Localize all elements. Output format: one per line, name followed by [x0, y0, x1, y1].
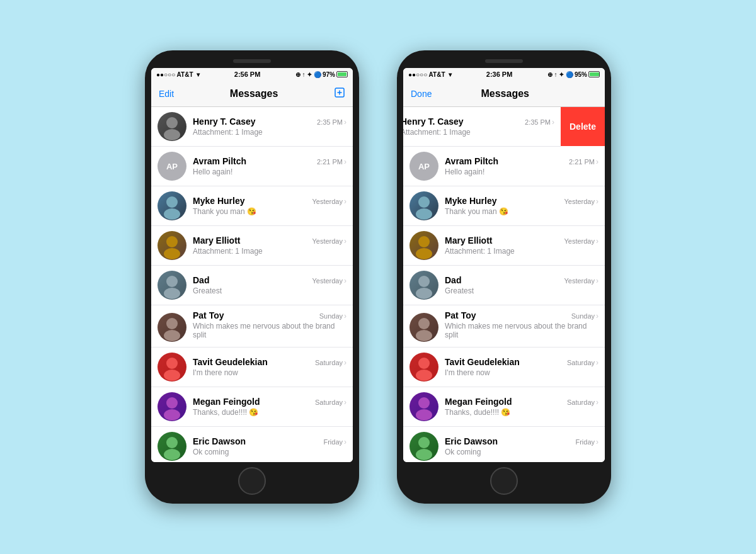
done-button[interactable]: Done	[411, 89, 432, 99]
msg-name-pat-right: Pat Toy	[445, 310, 476, 320]
msg-content-dad-right: Dad Yesterday › Greatest	[445, 275, 598, 295]
svg-point-12	[164, 330, 180, 341]
msg-header-pat-right: Pat Toy Sunday ›	[445, 310, 598, 320]
message-row-tavit-right[interactable]: Tavit Geudelekian Saturday › I'm there n…	[403, 348, 605, 387]
battery-icon-right	[588, 71, 600, 77]
message-row-myke-left[interactable]: Myke Hurley Yesterday › Thank you man 😘	[151, 186, 353, 226]
home-button-right[interactable]	[490, 467, 518, 495]
msg-time-myke-left: Yesterday ›	[312, 197, 346, 206]
message-row-dad-left[interactable]: Dad Yesterday › Greatest	[151, 266, 353, 305]
msg-header-dad-right: Dad Yesterday ›	[445, 275, 598, 285]
msg-name-henry-right: Henry T. Casey	[403, 116, 464, 127]
avatar-megan-left	[158, 392, 186, 421]
svg-point-3	[166, 117, 178, 128]
msg-name-myke-right: Myke Hurley	[445, 196, 496, 206]
message-row-megan-right[interactable]: Megan Feingold Saturday › Thanks, dude!!…	[403, 387, 605, 427]
phone-left: ●●○○○ AT&T ▾ 2:56 PM ⊕ ↑ ✦ 🔵 97% Edit Me…	[145, 50, 359, 504]
msg-time-dad-left: Yesterday ›	[312, 276, 346, 285]
msg-time-avram-right: 2:21 PM ›	[569, 157, 598, 166]
msg-name-tavit-right: Tavit Geudelekian	[445, 357, 520, 367]
msg-name-avram-right: Avram Piltch	[445, 156, 498, 166]
svg-point-15	[166, 397, 178, 409]
msg-content-henry-left: Henry T. Casey 2:35 PM › Attachment: 1 I…	[193, 116, 346, 137]
msg-header-myke-right: Myke Hurley Yesterday ›	[445, 196, 598, 206]
msg-time-eric-left: Friday ›	[323, 438, 346, 446]
avatar-myke-left	[158, 191, 186, 220]
battery-icon-left	[336, 71, 348, 77]
avatar-mary-left	[158, 231, 186, 260]
msg-time-eric-right: Friday ›	[575, 438, 598, 446]
msg-name-megan-left: Megan Feingold	[193, 397, 260, 407]
message-row-avram-left[interactable]: AP Avram Piltch 2:21 PM › Hello again!	[151, 147, 353, 186]
home-button-left[interactable]	[238, 467, 266, 495]
msg-preview-pat-left: Which makes me nervous about the brand s…	[193, 322, 346, 339]
msg-content-avram-right: Avram Piltch 2:21 PM › Hello again!	[445, 156, 598, 176]
message-row-henry-right[interactable]: Henry T. Casey 2:35 PM › Attachment: 1 I…	[403, 107, 561, 147]
msg-name-pat-left: Pat Toy	[193, 310, 224, 320]
svg-point-16	[164, 409, 180, 421]
msg-content-eric-left: Eric Dawson Friday › Ok coming	[193, 436, 346, 456]
svg-point-34	[416, 449, 432, 460]
msg-content-henry-right: Henry T. Casey 2:35 PM › Attachment: 1 I…	[403, 116, 554, 137]
msg-preview-pat-right: Which makes me nervous about the brand s…	[445, 322, 598, 339]
message-row-pat-right[interactable]: Pat Toy Sunday › Which makes me nervous …	[403, 305, 605, 348]
message-row-mary-right[interactable]: Mary Elliott Yesterday › Attachment: 1 I…	[403, 226, 605, 266]
message-row-megan-left[interactable]: Megan Feingold Saturday › Thanks, dude!!…	[151, 387, 353, 427]
msg-content-avram-left: Avram Piltch 2:21 PM › Hello again!	[193, 156, 346, 176]
svg-point-5	[166, 196, 178, 208]
message-row-eric-right[interactable]: Eric Dawson Friday › Ok coming	[403, 427, 605, 462]
message-row-dad-right[interactable]: Dad Yesterday › Greatest	[403, 266, 605, 305]
msg-preview-eric-right: Ok coming	[445, 448, 598, 456]
svg-point-9	[166, 276, 178, 287]
msg-preview-avram-right: Hello again!	[445, 167, 598, 176]
msg-content-myke-left: Myke Hurley Yesterday › Thank you man 😘	[193, 196, 346, 216]
svg-point-7	[166, 236, 178, 247]
msg-time-mary-left: Yesterday ›	[312, 237, 346, 246]
avatar-myke-right	[410, 191, 438, 220]
message-list-right: Henry T. Casey 2:35 PM › Attachment: 1 I…	[403, 107, 605, 462]
msg-time-mary-right: Yesterday ›	[564, 237, 598, 246]
message-row-myke-right[interactable]: Myke Hurley Yesterday › Thank you man 😘	[403, 186, 605, 226]
message-row-eric-left[interactable]: Eric Dawson Friday › Ok coming	[151, 427, 353, 462]
status-bar-left: ●●○○○ AT&T ▾ 2:56 PM ⊕ ↑ ✦ 🔵 97%	[151, 68, 353, 81]
msg-header-dad-left: Dad Yesterday ›	[193, 275, 346, 285]
msg-preview-myke-left: Thank you man 😘	[193, 207, 346, 216]
status-left-right: ●●○○○ AT&T ▾	[408, 71, 452, 78]
msg-header-tavit-right: Tavit Geudelekian Saturday ›	[445, 357, 598, 367]
battery-percent-right: 95%	[575, 71, 587, 78]
msg-content-tavit-right: Tavit Geudelekian Saturday › I'm there n…	[445, 357, 598, 377]
compose-button[interactable]	[334, 87, 345, 101]
edit-button[interactable]: Edit	[159, 89, 174, 99]
msg-preview-eric-left: Ok coming	[193, 448, 346, 456]
msg-header-mary-right: Mary Elliott Yesterday ›	[445, 235, 598, 246]
msg-header-eric-right: Eric Dawson Friday ›	[445, 436, 598, 446]
svg-point-18	[164, 449, 180, 460]
msg-header-avram-right: Avram Piltch 2:21 PM ›	[445, 156, 598, 166]
avatar-tavit-right	[410, 353, 438, 382]
svg-point-10	[164, 288, 180, 299]
delete-button[interactable]: Delete	[561, 107, 605, 146]
msg-content-myke-right: Myke Hurley Yesterday › Thank you man 😘	[445, 196, 598, 216]
message-row-avram-right[interactable]: AP Avram Piltch 2:21 PM › Hello again!	[403, 147, 605, 186]
screen-left: ●●○○○ AT&T ▾ 2:56 PM ⊕ ↑ ✦ 🔵 97% Edit Me…	[151, 68, 353, 462]
nav-title-right: Messages	[481, 88, 529, 99]
msg-time-tavit-left: Saturday ›	[315, 358, 346, 367]
msg-preview-dad-right: Greatest	[445, 286, 598, 295]
message-list-left: Henry T. Casey 2:35 PM › Attachment: 1 I…	[151, 107, 353, 462]
svg-point-31	[418, 397, 430, 409]
msg-header-pat-left: Pat Toy Sunday ›	[193, 310, 346, 320]
message-row-pat-left[interactable]: Pat Toy Sunday › Which makes me nervous …	[151, 305, 353, 348]
msg-header-henry-left: Henry T. Casey 2:35 PM ›	[193, 116, 346, 127]
message-row-henry-left[interactable]: Henry T. Casey 2:35 PM › Attachment: 1 I…	[151, 107, 353, 147]
message-row-mary-left[interactable]: Mary Elliott Yesterday › Attachment: 1 I…	[151, 226, 353, 266]
svg-point-27	[418, 318, 430, 329]
msg-content-eric-right: Eric Dawson Friday › Ok coming	[445, 436, 598, 456]
carrier-text-right: ●●○○○ AT&T	[408, 71, 445, 78]
msg-name-mary-right: Mary Elliott	[445, 235, 492, 246]
msg-content-dad-left: Dad Yesterday › Greatest	[193, 275, 346, 295]
msg-header-megan-right: Megan Feingold Saturday ›	[445, 397, 598, 407]
avatar-dad-right	[410, 271, 438, 300]
status-bar-right: ●●○○○ AT&T ▾ 2:36 PM ⊕ ↑ ✦ 🔵 95%	[403, 68, 605, 81]
svg-point-6	[164, 208, 180, 220]
message-row-tavit-left[interactable]: Tavit Geudelekian Saturday › I'm there n…	[151, 348, 353, 387]
